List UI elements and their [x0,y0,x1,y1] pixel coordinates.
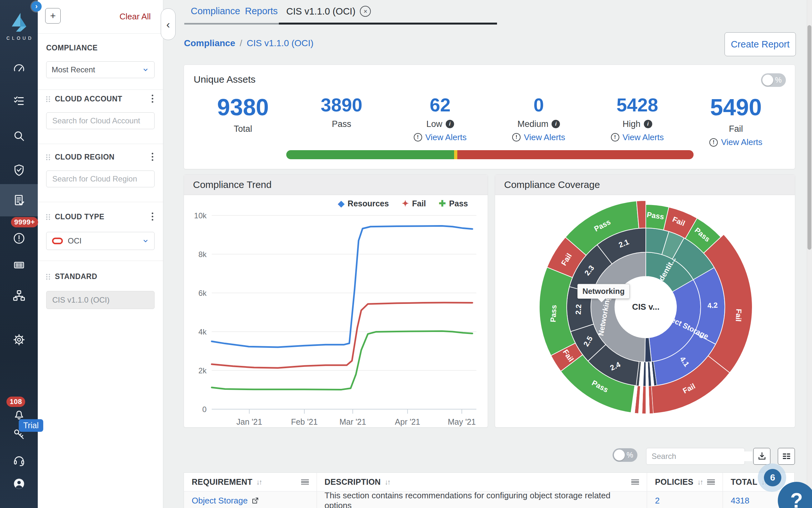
trend-series-pass [212,331,473,389]
view-alerts-low-link[interactable]: !View Alerts [414,132,467,142]
info-icon[interactable]: i [552,120,560,128]
compliance-trend-title: Compliance Trend [193,179,272,190]
sidebar-item-compliance-active[interactable] [0,184,38,216]
column-menu-icon[interactable] [707,479,715,485]
bar-segment-fail [457,150,694,159]
sidebar-item-policies[interactable] [0,87,38,115]
view-alerts-fail-link[interactable]: !View Alerts [709,137,762,147]
collapse-filter-panel-button[interactable]: ‹ [161,8,176,40]
external-link-icon[interactable] [251,497,259,504]
unique-assets-title: Unique Assets [194,74,255,85]
chevron-down-icon [142,66,149,73]
sidebar-item-dashboard[interactable] [0,55,38,82]
stat-low: 62 Lowi !View Alerts [391,95,490,147]
cloud-type-select[interactable]: OCI [46,232,155,250]
column-header-description[interactable]: DESCRIPTION↓↑ [317,473,648,491]
bar-segment-low [454,150,457,159]
breadcrumb: Compliance / CIS v1.1.0 (OCI) [184,38,314,48]
tab-reports[interactable]: Reports [245,6,278,16]
scrollbar-track[interactable] [807,0,812,508]
sidebar-item-alerts[interactable] [0,225,38,252]
breadcrumb-compliance-link[interactable]: Compliance [184,38,235,48]
svg-text:May '21: May '21 [448,417,476,426]
sidebar-item-security[interactable] [0,157,38,184]
cloud-region-search-input[interactable] [52,174,153,184]
close-tab-icon[interactable]: × [360,6,371,17]
column-settings-button[interactable] [778,448,795,465]
create-report-button[interactable]: Create Report [724,32,796,56]
sort-icon[interactable]: ↓↑ [385,478,390,486]
pass-fail-progress-bar [286,150,694,159]
svg-text:4k: 4k [198,328,207,336]
sitemap-icon [12,289,26,302]
compliance-section-label: COMPLIANCE [46,44,98,52]
column-header-policies[interactable]: POLICIES↓↑ [647,473,723,491]
coverage-sunburst-chart[interactable]: Identit...Object StorageNetworking4.24.1… [495,195,795,427]
sidebar-item-support[interactable] [0,447,38,474]
object-storage-link[interactable]: Object Storage [192,496,247,506]
view-alerts-high-link[interactable]: !View Alerts [611,132,664,142]
total-count-link[interactable]: 4318 [731,496,749,506]
download-icon [757,452,767,461]
table-search-input[interactable] [651,452,752,461]
info-icon[interactable]: i [644,120,652,128]
drag-handle-icon[interactable] [46,96,50,102]
sort-icon[interactable]: ↓↑ [256,478,261,486]
column-header-requirement[interactable]: REQUIREMENT↓↑ [184,473,317,491]
column-menu-icon[interactable] [631,479,639,485]
logo-text: CLOUD [0,36,38,41]
alert-circle-icon [12,231,26,245]
cloud-region-menu-button[interactable] [152,153,153,161]
trend-series-resources [212,226,473,347]
info-icon[interactable]: i [446,120,454,128]
sidebar-item-settings[interactable] [0,326,38,353]
bar-segment-pass [286,150,454,159]
alert-icon: ! [709,138,718,146]
bell-icon [12,407,26,421]
svg-text:Mar '21: Mar '21 [339,417,366,426]
cloud-type-menu-button[interactable] [152,212,153,221]
svg-text:8k: 8k [198,250,207,259]
scrollbar-thumb[interactable] [808,25,811,250]
cloud-account-menu-button[interactable] [152,95,153,103]
cloud-type-section-label: CLOUD TYPE [46,212,104,221]
compliance-report-icon [12,194,26,207]
alert-icon: ! [611,133,619,141]
table-row: Object Storage This section contains rec… [184,491,794,508]
standard-search [46,291,155,309]
sidebar-item-search[interactable] [0,123,38,150]
compliance-time-select[interactable]: Most Recent [46,61,155,78]
sidebar-item-containers[interactable] [0,251,38,279]
drag-handle-icon[interactable] [46,214,50,220]
drag-handle-icon[interactable] [46,274,50,280]
clear-all-filters-button[interactable]: Clear All [120,12,151,22]
breadcrumb-current[interactable]: CIS v1.1.0 (OCI) [247,38,314,48]
help-notification-badge: 6 [764,469,781,486]
sidebar-item-network[interactable] [0,282,38,309]
expand-sidebar-button[interactable]: › [31,1,42,12]
alert-icon: ! [512,133,521,141]
drag-handle-icon[interactable] [46,154,50,160]
add-filter-button[interactable]: + [45,8,61,24]
app-logo: CLOUD [0,13,38,41]
svg-text:6k: 6k [198,289,207,297]
table-percent-toggle[interactable]: % [613,448,637,462]
cloud-account-section-label: CLOUD ACCOUNT [46,95,122,103]
sidebar-item-profile[interactable] [0,470,38,497]
tab-cis-v110-oci[interactable]: CIS v1.1.0 (OCI) × [286,6,371,17]
unique-assets-stats: 9380 Total 3890 Pass 62 Lowi !View Alert… [194,95,785,147]
column-menu-icon[interactable] [301,479,309,485]
svg-text:10k: 10k [194,211,207,220]
unique-assets-card: Unique Assets % 9380 Total 3890 Pass 62 … [184,65,795,169]
sort-icon[interactable]: ↓↑ [698,478,703,486]
view-alerts-medium-link[interactable]: !View Alerts [512,132,565,142]
standard-search-input[interactable] [52,295,153,305]
compliance-coverage-title: Compliance Coverage [504,179,600,190]
standard-section-label: STANDARD [46,272,97,281]
unique-assets-percent-toggle[interactable]: % [761,73,786,87]
app-root: CLOUD [0,0,812,508]
tab-compliance[interactable]: Compliance [191,6,240,16]
policies-count-link[interactable]: 2 [655,496,659,506]
cloud-account-search-input[interactable] [52,116,153,126]
download-button[interactable] [753,448,770,465]
